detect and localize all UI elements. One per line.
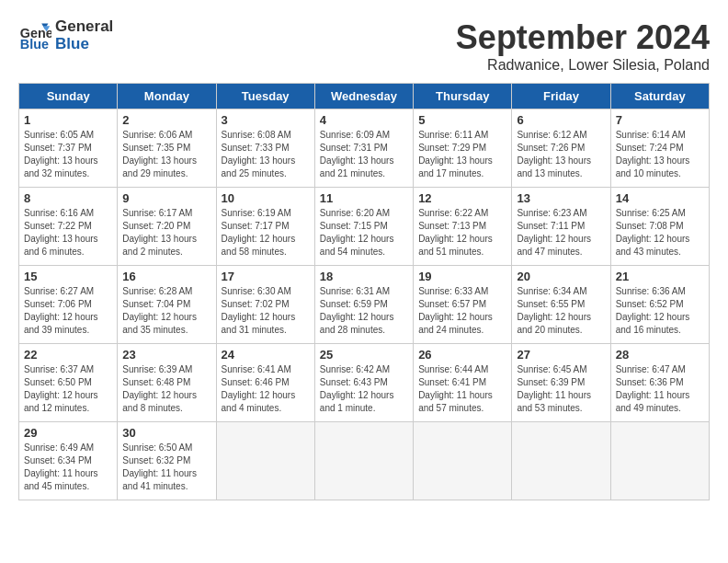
calendar-cell: 24Sunrise: 6:41 AM Sunset: 6:46 PM Dayli… [216, 344, 314, 422]
calendar-week-row: 15Sunrise: 6:27 AM Sunset: 7:06 PM Dayli… [19, 266, 710, 344]
day-number: 10 [222, 191, 310, 205]
day-info: Sunrise: 6:30 AM Sunset: 7:02 PM Dayligh… [222, 285, 310, 337]
day-info: Sunrise: 6:19 AM Sunset: 7:17 PM Dayligh… [222, 207, 310, 259]
day-number: 5 [418, 113, 506, 127]
logo: General Blue General Blue [18, 18, 113, 52]
day-info: Sunrise: 6:37 AM Sunset: 6:50 PM Dayligh… [24, 363, 112, 415]
calendar-cell: 28Sunrise: 6:47 AM Sunset: 6:36 PM Dayli… [610, 344, 709, 422]
day-number: 12 [418, 191, 506, 205]
day-number: 27 [517, 348, 605, 362]
day-info: Sunrise: 6:50 AM Sunset: 6:32 PM Dayligh… [122, 442, 210, 493]
calendar-cell: 6Sunrise: 6:12 AM Sunset: 7:26 PM Daylig… [512, 109, 610, 188]
calendar-cell: 30Sunrise: 6:50 AM Sunset: 6:32 PM Dayli… [118, 422, 216, 500]
day-info: Sunrise: 6:39 AM Sunset: 6:48 PM Dayligh… [122, 363, 210, 415]
calendar-week-row: 22Sunrise: 6:37 AM Sunset: 6:50 PM Dayli… [19, 344, 710, 422]
calendar-cell: 1Sunrise: 6:05 AM Sunset: 7:37 PM Daylig… [19, 109, 118, 188]
day-number: 9 [122, 191, 210, 205]
calendar-cell [314, 422, 413, 500]
calendar-cell: 23Sunrise: 6:39 AM Sunset: 6:48 PM Dayli… [118, 344, 216, 422]
day-number: 4 [320, 113, 408, 127]
day-number: 6 [517, 113, 605, 127]
calendar-cell: 2Sunrise: 6:06 AM Sunset: 7:35 PM Daylig… [118, 109, 216, 188]
calendar-cell: 25Sunrise: 6:42 AM Sunset: 6:43 PM Dayli… [314, 344, 413, 422]
day-number: 26 [418, 348, 506, 362]
calendar-cell: 14Sunrise: 6:25 AM Sunset: 7:08 PM Dayli… [610, 188, 709, 266]
day-number: 1 [24, 113, 112, 127]
day-info: Sunrise: 6:47 AM Sunset: 6:36 PM Dayligh… [616, 363, 704, 415]
calendar-cell [414, 422, 512, 500]
calendar-cell: 15Sunrise: 6:27 AM Sunset: 7:06 PM Dayli… [19, 266, 118, 344]
day-number: 13 [517, 191, 605, 205]
calendar-cell: 7Sunrise: 6:14 AM Sunset: 7:24 PM Daylig… [610, 109, 709, 188]
day-info: Sunrise: 6:36 AM Sunset: 6:52 PM Dayligh… [616, 285, 704, 337]
day-info: Sunrise: 6:12 AM Sunset: 7:26 PM Dayligh… [517, 129, 605, 180]
day-info: Sunrise: 6:42 AM Sunset: 6:43 PM Dayligh… [320, 363, 408, 415]
logo-text: General Blue [55, 18, 113, 52]
calendar-week-row: 8Sunrise: 6:16 AM Sunset: 7:22 PM Daylig… [19, 188, 710, 266]
day-info: Sunrise: 6:49 AM Sunset: 6:34 PM Dayligh… [24, 442, 112, 493]
day-number: 20 [517, 270, 605, 283]
svg-text:Blue: Blue [20, 37, 49, 52]
day-number: 14 [616, 191, 704, 205]
day-info: Sunrise: 6:20 AM Sunset: 7:15 PM Dayligh… [320, 207, 408, 259]
day-number: 17 [222, 270, 310, 283]
calendar-cell [216, 422, 314, 500]
day-info: Sunrise: 6:34 AM Sunset: 6:55 PM Dayligh… [517, 285, 605, 337]
day-info: Sunrise: 6:28 AM Sunset: 7:04 PM Dayligh… [122, 285, 210, 337]
day-number: 28 [616, 348, 704, 362]
day-number: 15 [24, 270, 112, 283]
day-header-friday: Friday [512, 84, 610, 109]
day-number: 19 [418, 270, 506, 283]
month-title: September 2024 [456, 18, 710, 57]
day-number: 16 [122, 270, 210, 283]
calendar-header-row: SundayMondayTuesdayWednesdayThursdayFrid… [19, 84, 710, 109]
day-info: Sunrise: 6:45 AM Sunset: 6:39 PM Dayligh… [517, 363, 605, 415]
day-number: 24 [222, 348, 310, 362]
calendar-cell: 5Sunrise: 6:11 AM Sunset: 7:29 PM Daylig… [414, 109, 512, 188]
day-number: 8 [24, 191, 112, 205]
day-header-thursday: Thursday [414, 84, 512, 109]
calendar-cell: 3Sunrise: 6:08 AM Sunset: 7:33 PM Daylig… [216, 109, 314, 188]
calendar-cell: 16Sunrise: 6:28 AM Sunset: 7:04 PM Dayli… [118, 266, 216, 344]
day-number: 3 [222, 113, 310, 127]
day-number: 11 [320, 191, 408, 205]
day-info: Sunrise: 6:16 AM Sunset: 7:22 PM Dayligh… [24, 207, 112, 259]
calendar-cell: 22Sunrise: 6:37 AM Sunset: 6:50 PM Dayli… [19, 344, 118, 422]
calendar-cell: 9Sunrise: 6:17 AM Sunset: 7:20 PM Daylig… [118, 188, 216, 266]
day-number: 21 [616, 270, 704, 283]
day-info: Sunrise: 6:27 AM Sunset: 7:06 PM Dayligh… [24, 285, 112, 337]
day-info: Sunrise: 6:23 AM Sunset: 7:11 PM Dayligh… [517, 207, 605, 259]
day-header-monday: Monday [118, 84, 216, 109]
day-header-wednesday: Wednesday [314, 84, 413, 109]
calendar-cell [512, 422, 610, 500]
day-number: 22 [24, 348, 112, 362]
calendar-cell: 11Sunrise: 6:20 AM Sunset: 7:15 PM Dayli… [314, 188, 413, 266]
day-info: Sunrise: 6:06 AM Sunset: 7:35 PM Dayligh… [122, 129, 210, 180]
day-info: Sunrise: 6:33 AM Sunset: 6:57 PM Dayligh… [418, 285, 506, 337]
day-info: Sunrise: 6:05 AM Sunset: 7:37 PM Dayligh… [24, 129, 112, 180]
day-number: 29 [24, 426, 112, 440]
day-info: Sunrise: 6:09 AM Sunset: 7:31 PM Dayligh… [320, 129, 408, 180]
day-number: 2 [122, 113, 210, 127]
page-header: General Blue General Blue September 2024… [18, 18, 710, 74]
calendar-cell: 4Sunrise: 6:09 AM Sunset: 7:31 PM Daylig… [314, 109, 413, 188]
day-header-tuesday: Tuesday [216, 84, 314, 109]
calendar-cell: 8Sunrise: 6:16 AM Sunset: 7:22 PM Daylig… [19, 188, 118, 266]
calendar-cell: 12Sunrise: 6:22 AM Sunset: 7:13 PM Dayli… [414, 188, 512, 266]
calendar-cell: 13Sunrise: 6:23 AM Sunset: 7:11 PM Dayli… [512, 188, 610, 266]
day-header-saturday: Saturday [610, 84, 709, 109]
calendar-cell: 17Sunrise: 6:30 AM Sunset: 7:02 PM Dayli… [216, 266, 314, 344]
day-header-sunday: Sunday [19, 84, 118, 109]
day-info: Sunrise: 6:22 AM Sunset: 7:13 PM Dayligh… [418, 207, 506, 259]
calendar-cell: 20Sunrise: 6:34 AM Sunset: 6:55 PM Dayli… [512, 266, 610, 344]
calendar-table: SundayMondayTuesdayWednesdayThursdayFrid… [18, 83, 710, 500]
day-number: 18 [320, 270, 408, 283]
calendar-cell [610, 422, 709, 500]
title-block: September 2024 Radwanice, Lower Silesia,… [456, 18, 710, 74]
day-number: 23 [122, 348, 210, 362]
logo-icon: General Blue [18, 19, 51, 52]
day-number: 7 [616, 113, 704, 127]
day-number: 30 [122, 426, 210, 440]
day-info: Sunrise: 6:41 AM Sunset: 6:46 PM Dayligh… [222, 363, 310, 415]
calendar-week-row: 1Sunrise: 6:05 AM Sunset: 7:37 PM Daylig… [19, 109, 710, 188]
